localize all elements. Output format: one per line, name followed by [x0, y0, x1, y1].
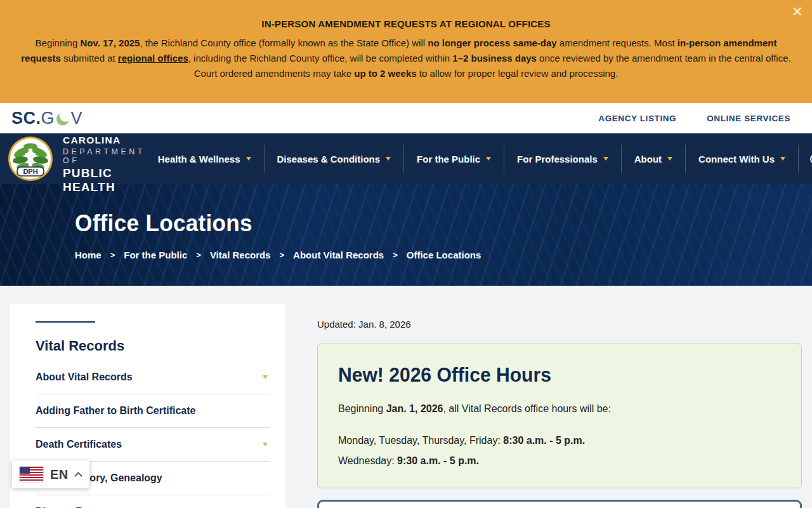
nav-item-about[interactable]: About [622, 145, 686, 173]
content-area: Vital Records About Vital Records Adding… [0, 286, 812, 508]
nav-item-health-wellness[interactable]: Health & Wellness [145, 145, 265, 173]
office-hours-weekdays: Monday, Tuesday, Thursday, Friday: 8:30 … [338, 433, 781, 448]
dph-home-link[interactable]: DPH SOUTH CAROLINA DEPARTMENT OF PUBLIC … [8, 123, 145, 194]
nav-item-for-the-public[interactable]: For the Public [404, 145, 504, 173]
breadcrumb: Home > For the Public > Vital Records > … [75, 250, 812, 260]
sidebar-item-death-certificates[interactable]: Death Certificates [36, 428, 270, 462]
nav-search-button[interactable] [799, 145, 812, 173]
breadcrumb-about-vital-records[interactable]: About Vital Records [293, 250, 384, 260]
breadcrumb-current-page: Office Locations [407, 250, 481, 260]
online-services-link[interactable]: ONLINE SERVICES [707, 114, 790, 123]
sidebar-item-divorce-reports[interactable]: Divorce Reports [36, 495, 270, 508]
language-code: EN [50, 467, 69, 482]
agency-listing-link[interactable]: AGENCY LISTING [598, 114, 676, 123]
dph-logo-icon: DPH [8, 136, 53, 182]
sidebar-item-adding-father[interactable]: Adding Father to Birth Certificate [36, 394, 270, 428]
chevron-up-icon [74, 472, 82, 480]
info-box-partial [317, 500, 802, 508]
topbar-links: AGENCY LISTING ONLINE SERVICES [598, 114, 790, 123]
chevron-down-icon [603, 157, 608, 161]
page-title: Office Locations [75, 210, 775, 237]
notice-banner: ✕ IN-PERSON AMENDMENT REQUESTS AT REGION… [0, 0, 812, 103]
chevron-down-icon[interactable] [263, 375, 268, 379]
office-hours-intro: Beginning Jan. 1, 2026, all Vital Record… [338, 401, 781, 417]
sidebar-rule [36, 321, 95, 323]
chevron-down-icon [486, 157, 491, 161]
svg-text:DPH: DPH [23, 168, 37, 175]
sidebar-title: Vital Records [36, 338, 270, 354]
language-selector[interactable]: EN [12, 460, 89, 488]
breadcrumb-vital-records[interactable]: Vital Records [210, 250, 271, 260]
breadcrumb-for-the-public[interactable]: For the Public [124, 250, 187, 260]
office-hours-wednesday: Wednesday: 9:30 a.m. - 5 p.m. [338, 453, 781, 469]
chevron-down-icon [246, 157, 251, 161]
nav-item-for-professionals[interactable]: For Professionals [504, 145, 622, 173]
breadcrumb-separator: > [196, 250, 201, 260]
updated-date: Updated: Jan. 8, 2026 [317, 319, 802, 330]
brand-wordmark: SOUTH CAROLINA DEPARTMENT OF PUBLIC HEAL… [63, 123, 145, 194]
close-icon[interactable]: ✕ [792, 5, 803, 19]
chevron-down-icon[interactable] [263, 443, 268, 446]
nav-item-connect-with-us[interactable]: Connect With Us [686, 145, 799, 173]
page-hero: Office Locations Home > For the Public >… [0, 184, 812, 286]
chevron-down-icon [386, 157, 391, 161]
breadcrumb-separator: > [393, 250, 398, 260]
us-flag-icon [20, 467, 43, 482]
banner-title: IN-PERSON AMENDMENT REQUESTS AT REGIONAL… [0, 0, 812, 29]
main-content: Updated: Jan. 8, 2026 New! 2026 Office H… [317, 304, 802, 508]
main-navigation: DPH SOUTH CAROLINA DEPARTMENT OF PUBLIC … [0, 133, 812, 184]
breadcrumb-separator: > [280, 250, 285, 260]
nav-menu: Health & Wellness Diseases & Conditions … [145, 145, 812, 173]
banner-body: Beginning Nov. 17, 2025, the Richland Co… [15, 36, 797, 81]
office-hours-title: New! 2026 Office Hours [338, 363, 768, 387]
chevron-down-icon [780, 157, 785, 161]
breadcrumb-separator: > [110, 250, 115, 260]
sidebar-item-about-vital-records[interactable]: About Vital Records [36, 361, 270, 394]
nav-item-diseases-conditions[interactable]: Diseases & Conditions [265, 145, 405, 173]
chevron-down-icon [667, 157, 672, 161]
office-hours-notice: New! 2026 Office Hours Beginning Jan. 1,… [317, 344, 802, 488]
breadcrumb-home[interactable]: Home [75, 250, 102, 260]
